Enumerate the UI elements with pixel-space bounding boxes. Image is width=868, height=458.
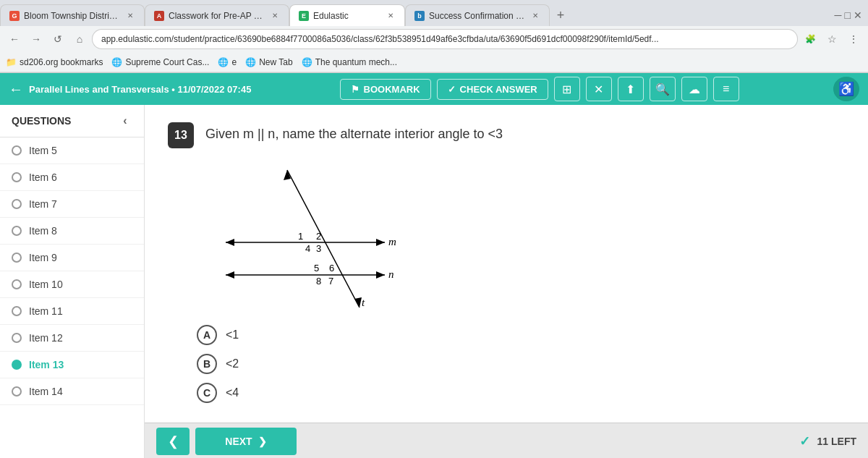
tab-classwork[interactable]: A Classwork for Pre-AP Geometry ✕ [145,4,289,26]
sidebar-item-8[interactable]: Item 8 [0,218,144,245]
option-a-label: A [203,329,210,341]
upload-icon-button[interactable]: ⬆ [618,77,644,101]
bookmark-newtab-label: New Tab [259,57,292,67]
home-button[interactable]: ⌂ [71,30,88,48]
sidebar-item-5[interactable]: Item 5 [0,137,144,164]
new-tab-button[interactable]: + [550,4,571,26]
radio-item7 [12,199,22,209]
radio-item13 [12,360,22,370]
footer: ❮ NEXT ❯ ✓ 11 LEFT [145,423,868,458]
sidebar-item-14[interactable]: Item 14 [0,378,144,405]
more-button[interactable]: ⋮ [845,30,862,48]
close-window-icon[interactable]: ✕ [854,9,862,21]
svg-marker-5 [376,271,385,279]
option-circle-b: B [197,354,217,374]
bookmark-quantum[interactable]: 🌐 The quantum mech... [302,57,397,67]
sidebar-item-9[interactable]: Item 9 [0,245,144,271]
tab-label-edulastic: Edulastic [313,11,381,21]
option-a-text: <1 [226,328,239,342]
sidebar-items-list: Item 5 Item 6 Item 7 Item 8 Item 9 Item … [0,137,144,458]
option-c-text: <4 [226,386,239,399]
sidebar-item-7[interactable]: Item 7 [0,191,144,218]
browser-chrome: G Bloom Township District 206 ✕ A Classw… [0,0,868,73]
parallel-lines-diagram: m n t [197,163,428,308]
tab-label-success: Success Confirmation of Questi… [429,11,526,21]
maximize-icon[interactable]: □ [845,9,851,21]
address-input[interactable] [93,30,797,48]
angle-6-label: 6 [329,263,334,273]
bookmarks-bar: 📁 sd206.org bookmarks 🌐 Supreme Court Ca… [0,52,868,72]
angle-1-label: 1 [298,231,303,242]
prev-icon: ❮ [168,433,179,449]
refresh-button[interactable]: ↺ [49,30,67,48]
tab-close-classwork[interactable]: ✕ [270,11,280,21]
check-answer-button[interactable]: ✓ CHECK ANSWER [437,79,548,100]
sidebar-item-13-label: Item 13 [29,359,64,370]
radio-item10 [12,279,22,289]
sidebar-item-10[interactable]: Item 10 [0,271,144,298]
line-n-label: n [388,268,394,280]
accessibility-button[interactable]: ♿ [833,77,859,101]
bookmark-newtab[interactable]: 🌐 New Tab [245,57,292,67]
question-header: 13 Given m || n, name the alternate inte… [168,122,845,148]
tab-bloom[interactable]: G Bloom Township District 206 ✕ [0,4,145,26]
cloud-icon-button[interactable]: ☁ [681,77,707,101]
address-bar: ← → ↺ ⌂ 🧩 ☆ ⋮ [0,26,868,52]
next-button[interactable]: NEXT ❯ [195,428,297,455]
sidebar-item-7-label: Item 7 [29,198,57,210]
footer-right: ✓ 11 LEFT [799,433,856,449]
sidebar-item-11[interactable]: Item 11 [0,298,144,325]
menu-icon-button[interactable]: ≡ [713,77,739,101]
page-title: Parallel Lines and Transversals • 11/07/… [29,84,251,95]
close-icon-button[interactable]: ✕ [586,77,612,101]
sidebar-item-12[interactable]: Item 12 [0,325,144,352]
bookmark-icon: 📁 [6,57,17,67]
back-button[interactable]: ← [6,30,23,48]
header-center: ⚑ BOOKMARK ✓ CHECK ANSWER ⊞ ✕ ⬆ 🔍 ☁ ≡ [340,77,739,101]
check-answer-label: CHECK ANSWER [460,84,537,95]
check-complete-icon: ✓ [799,433,810,449]
tab-close-success[interactable]: ✕ [530,11,540,21]
tab-edulastic[interactable]: E Edulastic ✕ [289,4,405,26]
bookmark-supremecourt[interactable]: 🌐 Supreme Court Cas... [111,57,209,67]
next-arrow-icon: ❯ [258,436,267,447]
answer-option-c[interactable]: C <4 [197,383,845,403]
bookmark-label: sd206.org bookmarks [20,57,103,67]
sidebar-item-13[interactable]: Item 13 [0,352,144,378]
tab-bar: G Bloom Township District 206 ✕ A Classw… [0,0,868,26]
sidebar-item-6-label: Item 6 [29,171,57,183]
radio-item11 [12,306,22,316]
back-icon[interactable]: ← [9,81,23,98]
tab-close-bloom[interactable]: ✕ [125,11,135,21]
bookmark-button[interactable]: ⚑ BOOKMARK [340,79,431,100]
tab-success[interactable]: b Success Confirmation of Questi… ✕ [405,4,550,26]
bookmark-icon: ⚑ [351,84,359,95]
angle-2-label: 2 [316,231,321,242]
tab-favicon-bloom: G [9,11,20,21]
sidebar-collapse-button[interactable]: ‹ [118,114,132,128]
answer-option-a[interactable]: A <1 [197,325,845,345]
sidebar-item-10-label: Item 10 [29,279,63,290]
bookmark-e[interactable]: 🌐 e [218,57,237,67]
grid-icon-button[interactable]: ⊞ [554,77,580,101]
bookmark-sd206[interactable]: 📁 sd206.org bookmarks [6,57,103,67]
line-t-label: t [362,297,365,308]
tab-close-edulastic[interactable]: ✕ [386,11,396,21]
sidebar-title: QUESTIONS [12,115,71,127]
prev-button[interactable]: ❮ [156,428,190,455]
search-icon-button[interactable]: 🔍 [650,77,676,101]
option-c-label: C [203,387,210,399]
forward-button[interactable]: → [27,30,45,48]
bookmark-globe-icon: 🌐 [111,57,122,67]
minimize-icon[interactable]: ─ [835,9,842,21]
radio-item9 [12,253,22,263]
tab-label-classwork: Classwork for Pre-AP Geometry [169,11,265,21]
bookmark-quantum-label: The quantum mech... [315,57,397,67]
tab-bar-right: ─ □ ✕ [835,4,868,26]
bookmark-page-button[interactable]: ☆ [823,30,841,48]
option-b-text: <2 [226,357,239,370]
extensions-button[interactable]: 🧩 [801,30,819,48]
answer-option-b[interactable]: B <2 [197,354,845,374]
radio-item12 [12,333,22,343]
sidebar-item-6[interactable]: Item 6 [0,164,144,191]
